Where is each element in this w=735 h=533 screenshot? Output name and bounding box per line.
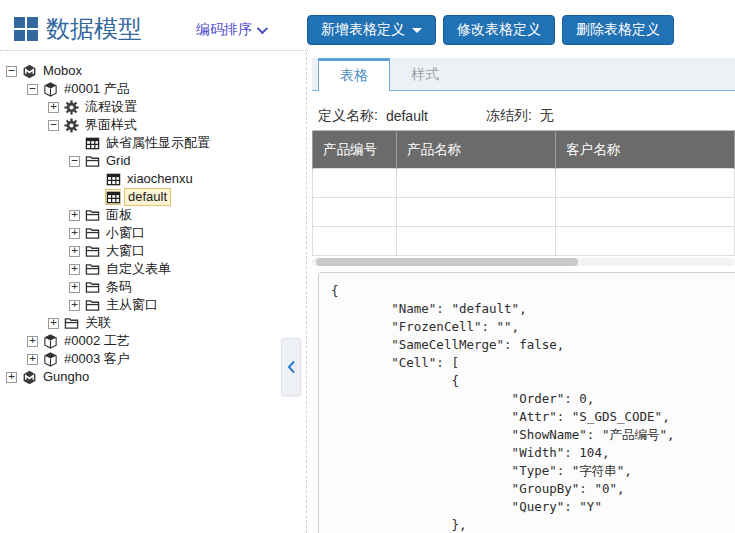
mobox-logo-icon [21,63,37,79]
expand-node-icon[interactable]: + [69,228,80,239]
tree-item-label[interactable]: 缺省属性显示配置 [103,135,213,151]
toolbar: 新增表格定义 修改表格定义 删除表格定义 [307,15,674,45]
tree-item-label[interactable]: 关联 [82,315,114,331]
page-title: 数据模型 [46,13,142,45]
tree-row[interactable]: +流程设置 [0,98,306,116]
tree-row[interactable]: +Gungho [0,368,306,386]
definition-name-value: default [386,108,428,124]
tree-item-label[interactable]: #0002 工艺 [61,333,133,349]
cube-icon [42,333,58,349]
expand-node-icon[interactable]: + [27,336,38,347]
tree-row[interactable]: +小窗口 [0,224,306,242]
definition-name-label: 定义名称: [318,107,378,125]
preview-table: 产品编号产品名称客户名称 [312,130,735,256]
tree-row[interactable]: +大窗口 [0,242,306,260]
cube-icon [42,81,58,97]
tree-item-label[interactable]: #0001 产品 [61,81,133,97]
delete-table-definition-label: 删除表格定义 [576,21,660,39]
tree-row[interactable]: +#0003 客户 [0,350,306,368]
tree-row[interactable]: xiaochenxu [0,170,306,188]
gear-icon [63,99,79,115]
tree-item-label[interactable]: xiaochenxu [124,171,196,187]
folder-icon [84,279,100,295]
grid-icon [105,171,121,187]
tab-样式[interactable]: 样式 [390,58,460,91]
table-cell [556,169,735,198]
tree-row[interactable]: −#0001 产品 [0,80,306,98]
expand-node-icon[interactable]: + [69,246,80,257]
tree-row[interactable]: −界面样式 [0,116,306,134]
chevron-down-icon [257,23,268,34]
tree-row[interactable]: +面板 [0,206,306,224]
tree-row[interactable]: −Grid [0,152,306,170]
table-cell [313,198,397,227]
tree-row[interactable]: +#0002 工艺 [0,332,306,350]
add-table-definition-button[interactable]: 新增表格定义 [307,15,436,45]
tree-item-label[interactable]: 面板 [103,207,135,223]
folder-icon [84,243,100,259]
tree-item-label[interactable]: 主从窗口 [103,297,161,313]
sort-order-dropdown[interactable]: 编码排序 [196,21,265,39]
column-header[interactable]: 产品编号 [313,131,397,169]
table-cell [396,198,555,227]
grid-icon [105,189,121,205]
add-table-definition-label: 新增表格定义 [321,21,405,39]
expand-node-icon[interactable]: + [69,282,80,293]
tree-row[interactable]: −Mobox [0,62,306,80]
tree-item-label[interactable]: Gungho [40,369,92,385]
tree-row[interactable]: 缺省属性显示配置 [0,134,306,152]
table-row[interactable] [313,169,735,198]
table-row[interactable] [313,198,735,227]
expand-node-icon[interactable]: + [6,372,17,383]
tree-item-label[interactable]: Grid [103,153,134,169]
header-divider [0,50,308,51]
tab-bar: 表格样式 [312,58,735,91]
tree-item-label[interactable]: 大窗口 [103,243,148,259]
table-cell [556,227,735,256]
tree-item-label[interactable]: 界面样式 [82,117,140,133]
collapse-node-icon[interactable]: − [6,66,17,77]
expand-node-icon[interactable]: + [48,318,59,329]
collapse-node-icon[interactable]: − [69,156,80,167]
scrollbar-thumb[interactable] [316,258,578,266]
table-cell [396,169,555,198]
tree-row[interactable]: +关联 [0,314,306,332]
modify-table-definition-button[interactable]: 修改表格定义 [443,15,555,45]
expand-node-icon[interactable]: + [69,300,80,311]
folder-icon [84,225,100,241]
collapse-node-icon[interactable]: − [27,84,38,95]
tree-item-label[interactable]: 流程设置 [82,99,140,115]
expand-node-icon[interactable]: + [69,210,80,221]
collapse-panel-button[interactable] [281,338,301,396]
app-logo-icon [14,17,38,41]
tree-item-label[interactable]: 自定义表单 [103,261,174,277]
tab-表格[interactable]: 表格 [318,58,390,91]
tree-item-label[interactable]: 条码 [103,279,135,295]
column-header[interactable]: 客户名称 [556,131,735,169]
model-tree: −Mobox−#0001 产品+流程设置−界面样式缺省属性显示配置−Gridxi… [0,62,306,386]
tree-row[interactable]: +主从窗口 [0,296,306,314]
tree-row[interactable]: default [0,188,306,206]
tree-row[interactable]: +条码 [0,278,306,296]
tree-item-label[interactable]: Mobox [40,63,85,79]
definition-info: 定义名称: default 冻结列: 无 [318,107,554,125]
tree-item-label[interactable]: #0003 客户 [61,351,133,367]
definition-json-code: { "Name": "default", "FrozenCell": "", "… [331,282,735,533]
tree-item-label[interactable]: 小窗口 [103,225,148,241]
gear-icon [63,117,79,133]
column-header[interactable]: 产品名称 [396,131,555,169]
tree-item-label[interactable]: default [124,188,171,206]
delete-table-definition-button[interactable]: 删除表格定义 [562,15,674,45]
collapse-node-icon[interactable]: − [48,120,59,131]
folder-icon [63,315,79,331]
table-row[interactable] [313,227,735,256]
expand-node-icon[interactable]: + [27,354,38,365]
expand-node-icon[interactable]: + [48,102,59,113]
frozen-column-label: 冻结列: [486,107,532,125]
horizontal-scrollbar[interactable] [312,258,735,266]
expand-node-icon[interactable]: + [69,264,80,275]
app-window: 数据模型 编码排序 新增表格定义 修改表格定义 删除表格定义 −Mobox−#0… [0,0,735,533]
cube-icon [42,351,58,367]
tree-row[interactable]: +自定义表单 [0,260,306,278]
panel-splitter[interactable] [306,52,307,533]
